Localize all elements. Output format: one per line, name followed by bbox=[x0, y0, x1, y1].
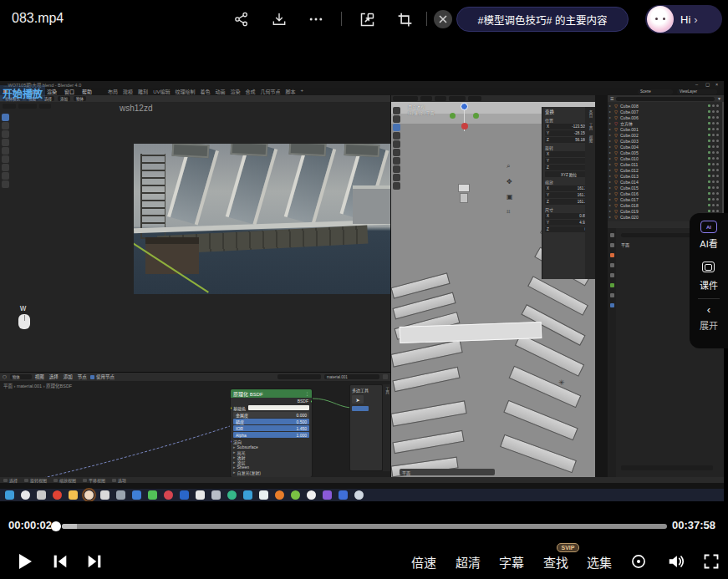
taskbar-app-icon[interactable] bbox=[354, 490, 364, 500]
node-value-row[interactable]: Alpha1.000 bbox=[233, 432, 309, 438]
workspace-tab[interactable]: 纹理绘制 bbox=[175, 88, 195, 95]
crop-screenshot-button[interactable] bbox=[395, 9, 415, 29]
taskbar-app-icon[interactable] bbox=[243, 490, 252, 500]
ai-watch-label[interactable]: AI看 bbox=[690, 236, 728, 250]
taskbar-app-icon[interactable] bbox=[164, 490, 173, 500]
grid-icon[interactable]: ⌗ bbox=[507, 208, 513, 216]
zoom-icon[interactable]: ⌕ bbox=[507, 162, 513, 170]
viewport-header-item[interactable]: 添加 bbox=[58, 96, 70, 101]
quality-button[interactable]: 超清 bbox=[456, 553, 481, 571]
node-section-collapsed[interactable]: ▸自发光(发射) bbox=[233, 470, 309, 475]
outliner-row[interactable]: ▸▽ Cube.005 bbox=[609, 150, 720, 155]
previous-button[interactable] bbox=[48, 550, 72, 573]
shader-npanel-tabs[interactable]: 工具 bbox=[383, 384, 390, 471]
taskbar-app-icon[interactable] bbox=[21, 490, 30, 500]
viewport2-toolbar[interactable] bbox=[393, 107, 400, 190]
workspace-tab[interactable]: 布局 bbox=[108, 88, 118, 95]
gizmo-z-handle[interactable] bbox=[461, 103, 468, 110]
video-frame[interactable]: …WO7105期\大坝.blend - Blender 4.0 – ▢ × 文件… bbox=[0, 81, 724, 501]
properties-tab-column[interactable] bbox=[608, 228, 616, 477]
node-value-row[interactable]: 糙度0.500 bbox=[233, 419, 309, 424]
normal-socket[interactable] bbox=[230, 439, 232, 444]
workspace-tab[interactable]: 建模 bbox=[123, 88, 133, 95]
outliner-row[interactable]: ▸▽ 立方体 bbox=[609, 120, 720, 126]
menu-item[interactable]: 帮助 bbox=[82, 88, 92, 95]
outliner-row[interactable]: ▸▽ Cube.014 bbox=[609, 179, 720, 185]
taskbar-app-icon[interactable] bbox=[196, 490, 205, 500]
gizmo-x-handle[interactable] bbox=[461, 123, 468, 130]
outliner-row[interactable]: ▸▽ Cube.002 bbox=[609, 132, 720, 138]
taskbar-app-icon[interactable] bbox=[275, 490, 284, 500]
disc-button[interactable] bbox=[629, 551, 649, 571]
node-value-row[interactable]: 金属度0.000 bbox=[233, 412, 309, 418]
outliner-row[interactable]: ▸▽ Cube.012 bbox=[609, 167, 720, 173]
taskbar-app-icon[interactable] bbox=[227, 490, 237, 500]
taskbar-app-icon[interactable] bbox=[307, 490, 316, 500]
viewport-nav-icons[interactable]: ⌕ ✥ ▣ ⌗ bbox=[507, 162, 513, 216]
taskbar-app-icon[interactable] bbox=[69, 490, 78, 500]
outliner-row[interactable]: ▸▽ Cube.008 bbox=[609, 103, 720, 109]
seek-handle[interactable] bbox=[51, 521, 61, 531]
courseware-icon[interactable] bbox=[702, 262, 715, 272]
taskbar-app-icon[interactable] bbox=[5, 490, 14, 500]
operator-field[interactable]: 平面 bbox=[400, 469, 495, 475]
npanel-tab[interactable]: 条目 bbox=[588, 110, 593, 118]
taskbar-app-icon[interactable] bbox=[291, 490, 300, 500]
npanel-tab[interactable]: 工具 bbox=[588, 123, 593, 130]
outliner-row[interactable]: ▸▽ Cube.011 bbox=[609, 161, 720, 167]
base-color-swatch[interactable] bbox=[248, 405, 309, 410]
scene-selector[interactable]: Scene bbox=[638, 89, 673, 94]
outliner-row[interactable]: ▸▽ Cube.017 bbox=[609, 196, 720, 202]
expand-label[interactable]: 展开 bbox=[690, 318, 728, 332]
top-viewport[interactable]: 用户透视 (1) 集合 | 平面 ⌕ ✥ ▣ ⌗ bbox=[391, 95, 595, 477]
outliner-row[interactable]: ▸▽ Cube.004 bbox=[609, 144, 720, 150]
ai-assistant-button[interactable]: Hi › bbox=[645, 5, 722, 33]
ai-search-pill[interactable]: #模型调色技巧# 的主要内容 bbox=[456, 7, 629, 32]
taskbar-app-icon[interactable] bbox=[323, 490, 332, 500]
outliner-row[interactable]: ▸▽ Cube.013 bbox=[609, 173, 720, 179]
subtitles-button[interactable]: 字幕 bbox=[499, 553, 524, 571]
shader-side-panel[interactable]: 多边工具 ➤ bbox=[349, 384, 383, 471]
taskbar-app-icon[interactable] bbox=[100, 490, 109, 500]
taskbar-app-icon[interactable] bbox=[132, 490, 141, 500]
outliner-panel[interactable]: ☰ ▼ ▸▽ Cube.008 ▸▽ Cube.007 bbox=[608, 95, 724, 221]
editor-divider[interactable] bbox=[390, 95, 391, 477]
find-button[interactable]: 查找 bbox=[543, 553, 568, 571]
outliner-row[interactable]: ▸▽ Cube.001 bbox=[609, 126, 720, 132]
gizmo-y-handle-2[interactable] bbox=[473, 113, 479, 119]
outliner-scrollbar[interactable] bbox=[722, 102, 724, 221]
menu-item[interactable]: 窗口 bbox=[64, 88, 74, 95]
workspace-tab[interactable]: + bbox=[301, 88, 304, 95]
fullscreen-button[interactable] bbox=[701, 551, 721, 571]
workspace-tab[interactable]: 合成 bbox=[246, 88, 256, 95]
outliner-row[interactable]: ▸▽ Cube.016 bbox=[609, 190, 720, 196]
base-color-socket[interactable] bbox=[230, 406, 232, 410]
taskbar-app-icon[interactable] bbox=[53, 490, 62, 500]
workspace-tab[interactable]: 雕刻 bbox=[138, 88, 148, 95]
bsdf-output-socket[interactable] bbox=[310, 399, 313, 404]
workspace-tab[interactable]: 着色 bbox=[200, 88, 210, 95]
viewlayer-selector[interactable]: ViewLayer bbox=[677, 89, 717, 94]
taskbar-app-icon[interactable] bbox=[37, 490, 46, 500]
share-button[interactable] bbox=[232, 10, 251, 28]
taskbar-app-icon[interactable] bbox=[339, 490, 348, 500]
active-tool-swatch[interactable] bbox=[352, 406, 369, 411]
base-color-row[interactable]: 基础色 bbox=[231, 404, 312, 411]
taskbar-app-icon[interactable] bbox=[148, 490, 157, 500]
chevron-left-icon[interactable]: ‹ bbox=[690, 303, 728, 316]
workspace-tab[interactable]: 脚本 bbox=[286, 88, 296, 95]
download-button[interactable] bbox=[270, 10, 288, 28]
camera-view-icon[interactable]: ▣ bbox=[507, 193, 513, 201]
viewport-toolbar[interactable] bbox=[2, 114, 9, 189]
workspace-tab[interactable]: 几何节点 bbox=[261, 88, 281, 95]
taskbar-app-icon[interactable] bbox=[84, 490, 94, 500]
normal-row[interactable]: 法向 bbox=[231, 439, 312, 444]
more-button[interactable] bbox=[307, 10, 325, 28]
next-button[interactable] bbox=[83, 550, 106, 573]
taskbar-app-icon[interactable] bbox=[211, 490, 221, 500]
outliner-row[interactable]: ▸▽ Cube.006 bbox=[609, 114, 720, 120]
viewport-header-item[interactable]: 物体 bbox=[74, 96, 86, 101]
move-icon[interactable]: ✥ bbox=[507, 178, 513, 185]
outliner-row[interactable]: ▸▽ Cube.015 bbox=[609, 185, 720, 190]
filter-icon[interactable]: ▼ bbox=[717, 96, 721, 101]
